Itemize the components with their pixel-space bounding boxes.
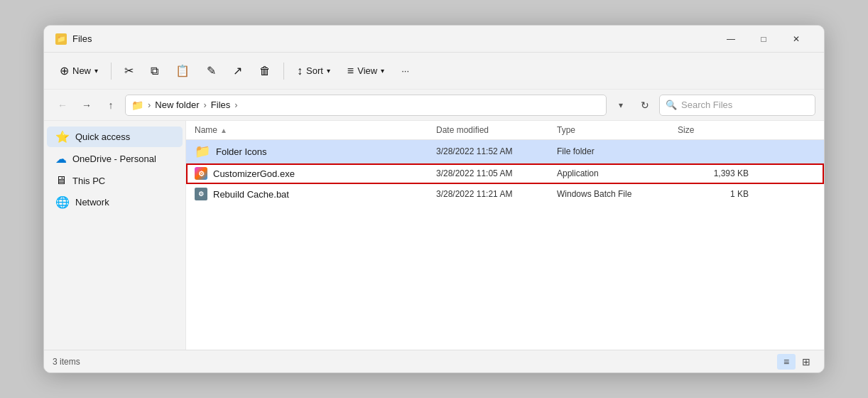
- file-name-cell-folder-icons: 📁 Folder Icons: [195, 144, 436, 159]
- sort-arrow-icon: ▲: [220, 127, 227, 134]
- path-folder-icon: 📁: [131, 100, 143, 111]
- path-sep-1: ›: [148, 100, 151, 110]
- view-chevron-icon: ▾: [381, 67, 384, 75]
- cut-icon: ✂: [124, 65, 134, 77]
- share-button[interactable]: ↗: [226, 58, 249, 84]
- up-button[interactable]: ↑: [101, 95, 121, 115]
- view-label: View: [357, 65, 377, 76]
- new-label: New: [72, 65, 91, 76]
- sort-chevron-icon: ▾: [327, 67, 330, 75]
- delete-icon: 🗑: [259, 65, 271, 77]
- rename-icon: ✎: [207, 65, 216, 77]
- sort-button[interactable]: ↕ Sort ▾: [290, 58, 337, 84]
- item-count: 3 items: [53, 357, 80, 367]
- more-button[interactable]: ···: [394, 58, 416, 84]
- file-name-rebuild-cache: Rebuild Cache.bat: [213, 189, 289, 200]
- more-label: ···: [401, 65, 409, 76]
- sidebar: ⭐ Quick access ☁ OneDrive - Personal 🖥 T…: [44, 121, 186, 350]
- title-bar: 📁 Files — □ ✕: [44, 26, 824, 53]
- quick-access-icon: ⭐: [55, 130, 70, 144]
- window-controls: — □ ✕: [715, 26, 813, 53]
- file-explorer-window: 📁 Files — □ ✕ ⊕ New ▾ ✂ ⧉ 📋 ✎ ↗: [43, 25, 825, 373]
- rename-button[interactable]: ✎: [200, 58, 223, 84]
- delete-button[interactable]: 🗑: [252, 58, 278, 84]
- address-bar: ← → ↑ 📁 › New folder › Files › ▾ ↻ 🔍 Sea…: [44, 90, 824, 121]
- copy-button[interactable]: ⧉: [143, 58, 166, 84]
- view-toggle-buttons: ≡ ⊞: [777, 354, 815, 370]
- column-name[interactable]: Name ▲: [195, 125, 436, 135]
- sidebar-item-quick-access[interactable]: ⭐ Quick access: [47, 127, 183, 147]
- search-placeholder: Search Files: [681, 100, 732, 110]
- file-list: 📁 Folder Icons 3/28/2022 11:52 AM File f…: [186, 140, 824, 350]
- column-type-label: Type: [557, 125, 575, 135]
- column-date-modified[interactable]: Date modified: [436, 125, 557, 135]
- new-button[interactable]: ⊕ New ▾: [53, 58, 105, 84]
- minimize-button[interactable]: —: [715, 26, 747, 53]
- paste-button[interactable]: 📋: [168, 58, 197, 84]
- file-row-folder-icons[interactable]: 📁 Folder Icons 3/28/2022 11:52 AM File f…: [186, 140, 824, 163]
- column-size-label: Size: [678, 125, 694, 135]
- address-dropdown[interactable]: ▾: [611, 95, 631, 115]
- column-name-label: Name: [195, 125, 217, 135]
- path-part-2: Files: [211, 100, 230, 110]
- file-date-folder-icons: 3/28/2022 11:52 AM: [436, 146, 557, 156]
- file-name-cell-customizer-god: ⚙ CustomizerGod.exe: [195, 167, 436, 180]
- file-name-cell-rebuild-cache: ⚙ Rebuild Cache.bat: [195, 188, 436, 200]
- view-icon: ≡: [347, 65, 354, 77]
- file-date-customizer-god: 3/28/2022 11:05 AM: [436, 168, 557, 178]
- view-button[interactable]: ≡ View ▾: [340, 58, 391, 84]
- file-date-rebuild-cache: 3/28/2022 11:21 AM: [436, 189, 557, 199]
- sidebar-label-onedrive: OneDrive - Personal: [72, 154, 156, 164]
- sidebar-label-this-pc: This PC: [72, 176, 105, 186]
- sidebar-item-onedrive[interactable]: ☁ OneDrive - Personal: [47, 149, 183, 169]
- list-view-button[interactable]: ≡: [777, 354, 796, 370]
- close-button[interactable]: ✕: [780, 26, 813, 53]
- refresh-button[interactable]: ↻: [635, 95, 655, 115]
- file-type-rebuild-cache: Windows Batch File: [557, 189, 678, 199]
- sort-label: Sort: [306, 65, 323, 76]
- file-list-header: Name ▲ Date modified Type Size: [186, 121, 824, 140]
- toolbar: ⊕ New ▾ ✂ ⧉ 📋 ✎ ↗ 🗑 ↕ Sort ▾ ≡: [44, 53, 824, 90]
- new-icon: ⊕: [60, 65, 69, 77]
- path-part-1: New folder: [155, 100, 199, 110]
- file-name-folder-icons: Folder Icons: [216, 146, 267, 157]
- onedrive-icon: ☁: [55, 152, 67, 166]
- cut-button[interactable]: ✂: [117, 58, 141, 84]
- column-type[interactable]: Type: [557, 125, 678, 135]
- status-bar: 3 items ≡ ⊞: [44, 350, 824, 372]
- sidebar-item-this-pc[interactable]: 🖥 This PC: [47, 171, 183, 190]
- address-path[interactable]: 📁 › New folder › Files ›: [125, 95, 607, 116]
- file-area: Name ▲ Date modified Type Size 📁: [186, 121, 824, 350]
- sidebar-label-network: Network: [75, 197, 109, 208]
- share-icon: ↗: [233, 65, 242, 77]
- file-name-customizer-god: CustomizerGod.exe: [213, 168, 295, 179]
- path-sep-3: ›: [234, 100, 237, 110]
- path-sep-2: ›: [203, 100, 206, 110]
- bat-icon: ⚙: [195, 188, 207, 200]
- folder-icon: 📁: [195, 144, 210, 159]
- sidebar-item-network[interactable]: 🌐 Network: [47, 192, 183, 213]
- main-content: ⭐ Quick access ☁ OneDrive - Personal 🖥 T…: [44, 121, 824, 350]
- new-chevron-icon: ▾: [94, 67, 98, 75]
- sidebar-label-quick-access: Quick access: [75, 131, 130, 142]
- forward-button[interactable]: →: [77, 95, 97, 115]
- file-row-rebuild-cache[interactable]: ⚙ Rebuild Cache.bat 3/28/2022 11:21 AM W…: [186, 184, 824, 205]
- grid-view-button[interactable]: ⊞: [797, 354, 815, 370]
- network-icon: 🌐: [55, 195, 70, 209]
- copy-icon: ⧉: [151, 65, 158, 77]
- file-size-rebuild-cache: 1 KB: [678, 189, 749, 199]
- back-button[interactable]: ←: [53, 95, 72, 115]
- file-row-customizer-god[interactable]: ⚙ CustomizerGod.exe 3/28/2022 11:05 AM A…: [186, 163, 824, 184]
- search-icon: 🔍: [666, 100, 677, 110]
- file-type-folder-icons: File folder: [557, 146, 678, 156]
- column-date-label: Date modified: [436, 125, 489, 135]
- search-box[interactable]: 🔍 Search Files: [659, 95, 815, 116]
- toolbar-separator-2: [283, 63, 284, 80]
- window-title: Files: [72, 33, 715, 44]
- file-type-customizer-god: Application: [557, 168, 678, 178]
- maximize-button[interactable]: □: [747, 26, 780, 53]
- file-size-customizer-god: 1,393 KB: [678, 168, 749, 178]
- this-pc-icon: 🖥: [55, 174, 67, 187]
- column-size[interactable]: Size: [678, 125, 749, 135]
- exe-icon: ⚙: [195, 167, 207, 180]
